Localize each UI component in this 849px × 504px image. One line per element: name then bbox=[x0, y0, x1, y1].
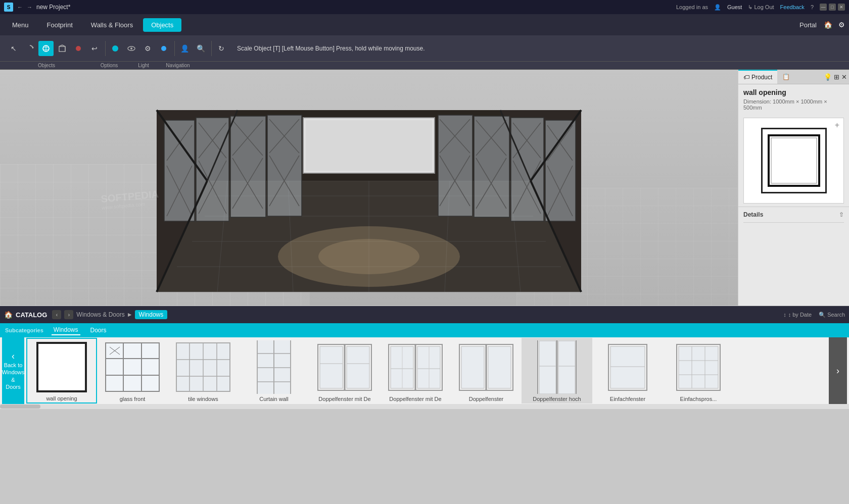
svg-rect-30 bbox=[306, 120, 432, 171]
catalog-sort[interactable]: ↕ ↕ by Date bbox=[783, 312, 812, 318]
back-btn-text: Back to Windows & Doors bbox=[2, 362, 25, 390]
toolbar-select-section: ↖ ↩ bbox=[4, 41, 104, 56]
svg-rect-125 bbox=[610, 346, 645, 388]
svg-rect-80 bbox=[771, 138, 817, 183]
username: Guest bbox=[727, 4, 742, 10]
svg-point-9 bbox=[130, 47, 132, 49]
sphere-tool[interactable] bbox=[71, 41, 86, 56]
catalog-fwd-btn[interactable]: › bbox=[64, 310, 73, 319]
menu-item-menu[interactable]: Menu bbox=[4, 18, 37, 32]
panel-tab-secondary[interactable]: 📋 bbox=[777, 70, 795, 84]
main-area: Scale Object [T] [Left Mouse Button] Pre… bbox=[0, 70, 849, 306]
catalog-item-wall-opening[interactable]: wall opening bbox=[26, 338, 97, 404]
titlebar: S ← → new Project* Logged in as 👤 Guest … bbox=[0, 0, 849, 14]
gear-tool[interactable]: ⚙ bbox=[140, 41, 155, 56]
catalog-search[interactable]: 🔍 Search bbox=[819, 312, 845, 318]
catalog-item-doppel2[interactable]: Doppelfenster mit De bbox=[380, 338, 451, 404]
breadcrumb-windows[interactable]: Windows bbox=[135, 310, 168, 319]
settings-icon[interactable]: ⚙ bbox=[838, 21, 845, 29]
panel-details-arrow[interactable]: ⇧ bbox=[839, 211, 844, 218]
catalog-item-glass-front[interactable]: glass front bbox=[97, 338, 168, 404]
viewport[interactable]: Scale Object [T] [Left Mouse Button] Pre… bbox=[0, 70, 738, 306]
catalog-home-icon[interactable]: 🏠 bbox=[4, 311, 13, 319]
item-img-doppel-high bbox=[524, 340, 590, 394]
item-img-wall-opening bbox=[29, 341, 94, 393]
menu-item-footprint[interactable]: Footprint bbox=[39, 18, 81, 32]
dot-tool[interactable] bbox=[156, 41, 171, 56]
minimize-btn[interactable]: — bbox=[820, 4, 827, 11]
menu-item-walls-floors[interactable]: Walls & Floors bbox=[83, 18, 141, 32]
item-img-einfach2 bbox=[666, 340, 731, 394]
eye-tool[interactable] bbox=[124, 41, 139, 56]
item-img-einfach1 bbox=[595, 340, 661, 394]
feedback-btn[interactable]: Feedback bbox=[780, 4, 805, 10]
catalog-item-tile-windows[interactable]: tile windows bbox=[168, 338, 239, 404]
right-panel: 🏷 Product 📋 💡 ⊞ ✕ wall opening Dimension… bbox=[738, 70, 849, 306]
panel-preview: + bbox=[743, 118, 844, 204]
box-tool[interactable] bbox=[55, 41, 70, 56]
panel-preview-plus[interactable]: + bbox=[835, 121, 839, 130]
panel-close-icon[interactable]: ✕ bbox=[841, 73, 847, 81]
sort-label: ↕ by Date bbox=[788, 312, 812, 318]
back-arrow-icon: ‹ bbox=[12, 351, 15, 362]
secondary-tab-icon: 📋 bbox=[782, 73, 790, 80]
catalog-item-einfach2[interactable]: Einfachspros... bbox=[663, 338, 734, 404]
nav-back[interactable]: ← bbox=[17, 4, 23, 10]
catalog-item-einfach1[interactable]: Einfachfenster bbox=[592, 338, 663, 404]
maximize-btn[interactable]: □ bbox=[829, 4, 836, 11]
catalog-back-btn[interactable]: ‹ bbox=[52, 310, 61, 319]
svg-marker-0 bbox=[32, 47, 34, 48]
panel-preview-img bbox=[761, 128, 827, 193]
person-tool[interactable]: 👤 bbox=[177, 41, 192, 56]
panel-separator bbox=[743, 222, 844, 223]
svg-point-6 bbox=[76, 46, 81, 51]
toolbar: ↖ ↩ ⚙ 👤 🔍 ↻ Scale Object [T bbox=[0, 35, 849, 62]
sort-icon: ↕ bbox=[783, 312, 786, 318]
refresh-tool[interactable]: ↻ bbox=[214, 41, 229, 56]
panel-lightbulb-icon[interactable]: 💡 bbox=[824, 73, 832, 81]
item-img-doppel3 bbox=[453, 340, 519, 394]
catalog-item-doppel3[interactable]: Doppelfenster bbox=[451, 338, 522, 404]
nav-fwd[interactable]: → bbox=[27, 4, 32, 10]
panel-details-label: Details bbox=[743, 211, 763, 218]
cursor-tool[interactable]: ↖ bbox=[6, 41, 21, 56]
subcat-doors[interactable]: Doors bbox=[88, 326, 109, 335]
panel-tab-product[interactable]: 🏷 Product bbox=[738, 70, 777, 84]
portal-btn[interactable]: Portal bbox=[799, 21, 817, 29]
toolbar-options-section: ⚙ bbox=[105, 41, 173, 56]
3d-view-tool[interactable] bbox=[38, 41, 54, 56]
panel-tab-product-label: Product bbox=[751, 74, 772, 81]
item-img-doppel1 bbox=[312, 340, 378, 394]
search-tool[interactable]: 🔍 bbox=[193, 41, 208, 56]
home-icon[interactable]: 🏠 bbox=[824, 21, 832, 29]
undo-tool[interactable]: ↩ bbox=[87, 41, 102, 56]
logout-btn[interactable]: ↳ Log Out bbox=[748, 4, 774, 11]
breadcrumb-windows-doors[interactable]: Windows & Doors bbox=[76, 311, 124, 318]
item-label-einfach2: Einfachspros... bbox=[680, 396, 717, 402]
catalog-next-btn[interactable]: › bbox=[829, 337, 847, 404]
panel-dimension: Dimension: 1000mm × 1000mm × 500mm bbox=[738, 97, 849, 115]
window-controls: — □ ✕ bbox=[820, 4, 845, 11]
scrollbar-thumb[interactable] bbox=[0, 405, 40, 409]
product-icon: 🏷 bbox=[743, 74, 749, 81]
panel-details: Details ⇧ bbox=[738, 207, 849, 222]
scrollbar[interactable] bbox=[0, 404, 849, 409]
catalog-item-doppel-high[interactable]: Doppelfenster hoch bbox=[522, 338, 592, 404]
catalog-item-curtain-wall[interactable]: Curtain wall bbox=[239, 338, 309, 404]
svg-rect-116 bbox=[461, 346, 484, 388]
rotate-tool[interactable] bbox=[22, 41, 37, 56]
menu-item-objects[interactable]: Objects bbox=[143, 18, 181, 32]
help-btn[interactable]: ? bbox=[811, 4, 814, 10]
item-img-curtain-wall bbox=[241, 340, 307, 394]
blue-circle-tool[interactable] bbox=[108, 41, 123, 56]
panel-expand-icon[interactable]: ⊞ bbox=[834, 73, 839, 81]
svg-rect-33 bbox=[164, 120, 195, 221]
subcat-windows[interactable]: Windows bbox=[52, 325, 80, 335]
item-label-doppel-high: Doppelfenster hoch bbox=[533, 396, 581, 402]
app-logo: S bbox=[4, 3, 13, 12]
catalog-back-to-parent[interactable]: ‹ Back to Windows & Doors bbox=[2, 337, 24, 404]
catalog-item-doppel1[interactable]: Doppelfenster mit De bbox=[309, 338, 380, 404]
svg-rect-128 bbox=[679, 346, 718, 388]
svg-rect-102 bbox=[320, 346, 343, 388]
close-btn[interactable]: ✕ bbox=[838, 4, 845, 11]
